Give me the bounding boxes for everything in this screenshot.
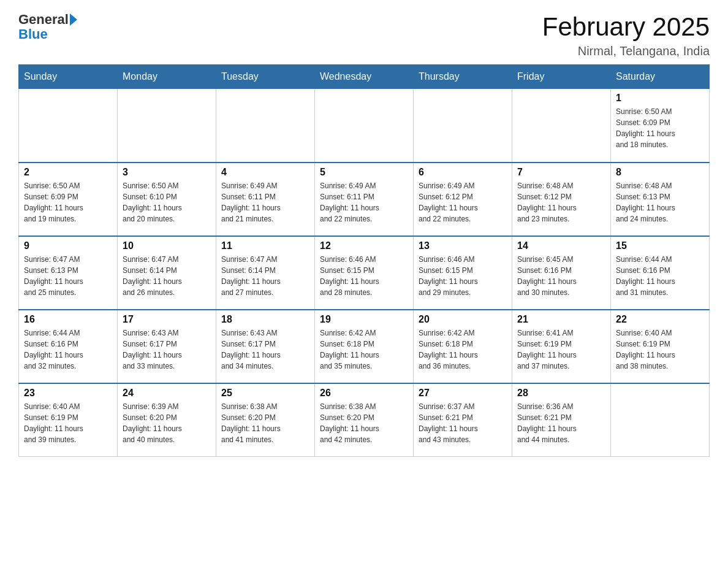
day-number: 4 [221,167,309,178]
day-number: 14 [517,240,605,251]
day-number: 13 [419,240,507,251]
day-number: 26 [320,388,408,399]
table-row: 21Sunrise: 6:41 AM Sunset: 6:19 PM Dayli… [512,310,611,383]
table-row: 14Sunrise: 6:45 AM Sunset: 6:16 PM Dayli… [512,236,611,310]
table-row: 5Sunrise: 6:49 AM Sunset: 6:11 PM Daylig… [315,163,414,236]
col-monday: Monday [118,65,216,89]
day-number: 19 [320,314,408,325]
table-row: 6Sunrise: 6:49 AM Sunset: 6:12 PM Daylig… [414,163,512,236]
day-info: Sunrise: 6:43 AM Sunset: 6:17 PM Dayligh… [221,327,309,372]
logo-text-general: General [18,12,69,27]
day-number: 9 [24,240,112,251]
table-row [216,89,315,163]
table-row: 26Sunrise: 6:38 AM Sunset: 6:20 PM Dayli… [315,383,414,457]
calendar-week-row: 1Sunrise: 6:50 AM Sunset: 6:09 PM Daylig… [19,89,710,163]
day-number: 15 [616,240,704,251]
day-info: Sunrise: 6:38 AM Sunset: 6:20 PM Dayligh… [221,401,309,445]
day-info: Sunrise: 6:37 AM Sunset: 6:21 PM Dayligh… [419,401,507,445]
day-info: Sunrise: 6:40 AM Sunset: 6:19 PM Dayligh… [616,327,704,372]
day-number: 24 [123,388,211,399]
col-sunday: Sunday [19,65,118,89]
table-row [414,89,512,163]
day-number: 27 [419,388,507,399]
day-info: Sunrise: 6:43 AM Sunset: 6:17 PM Dayligh… [123,327,211,372]
day-info: Sunrise: 6:42 AM Sunset: 6:18 PM Dayligh… [320,327,408,372]
table-row [611,383,710,457]
table-row: 9Sunrise: 6:47 AM Sunset: 6:13 PM Daylig… [19,236,118,310]
col-wednesday: Wednesday [315,65,414,89]
table-row: 4Sunrise: 6:49 AM Sunset: 6:11 PM Daylig… [216,163,315,236]
table-row: 13Sunrise: 6:46 AM Sunset: 6:15 PM Dayli… [414,236,512,310]
month-title: February 2025 [542,12,710,42]
page-header: General Blue February 2025 Nirmal, Telan… [18,12,710,58]
day-number: 10 [123,240,211,251]
day-info: Sunrise: 6:39 AM Sunset: 6:20 PM Dayligh… [123,401,211,445]
day-number: 28 [517,388,605,399]
day-number: 25 [221,388,309,399]
col-tuesday: Tuesday [216,65,315,89]
table-row: 1Sunrise: 6:50 AM Sunset: 6:09 PM Daylig… [611,89,710,163]
table-row: 17Sunrise: 6:43 AM Sunset: 6:17 PM Dayli… [118,310,216,383]
calendar-table: Sunday Monday Tuesday Wednesday Thursday… [18,64,710,457]
calendar-header-row: Sunday Monday Tuesday Wednesday Thursday… [19,65,710,89]
table-row: 7Sunrise: 6:48 AM Sunset: 6:12 PM Daylig… [512,163,611,236]
day-info: Sunrise: 6:46 AM Sunset: 6:15 PM Dayligh… [419,254,507,298]
calendar-week-row: 16Sunrise: 6:44 AM Sunset: 6:16 PM Dayli… [19,310,710,383]
table-row: 23Sunrise: 6:40 AM Sunset: 6:19 PM Dayli… [19,383,118,457]
table-row [315,89,414,163]
day-number: 22 [616,314,704,325]
calendar-week-row: 9Sunrise: 6:47 AM Sunset: 6:13 PM Daylig… [19,236,710,310]
table-row: 11Sunrise: 6:47 AM Sunset: 6:14 PM Dayli… [216,236,315,310]
day-info: Sunrise: 6:40 AM Sunset: 6:19 PM Dayligh… [24,401,112,445]
day-info: Sunrise: 6:48 AM Sunset: 6:12 PM Dayligh… [517,180,605,224]
day-info: Sunrise: 6:44 AM Sunset: 6:16 PM Dayligh… [616,254,704,298]
day-info: Sunrise: 6:49 AM Sunset: 6:11 PM Dayligh… [320,180,408,224]
day-info: Sunrise: 6:44 AM Sunset: 6:16 PM Dayligh… [24,327,112,372]
day-info: Sunrise: 6:47 AM Sunset: 6:14 PM Dayligh… [221,254,309,298]
day-info: Sunrise: 6:36 AM Sunset: 6:21 PM Dayligh… [517,401,605,445]
day-info: Sunrise: 6:47 AM Sunset: 6:13 PM Dayligh… [24,254,112,298]
day-number: 23 [24,388,112,399]
table-row [118,89,216,163]
table-row: 25Sunrise: 6:38 AM Sunset: 6:20 PM Dayli… [216,383,315,457]
logo-arrow-icon [70,13,77,26]
table-row: 8Sunrise: 6:48 AM Sunset: 6:13 PM Daylig… [611,163,710,236]
day-number: 7 [517,167,605,178]
day-info: Sunrise: 6:45 AM Sunset: 6:16 PM Dayligh… [517,254,605,298]
col-thursday: Thursday [414,65,512,89]
day-info: Sunrise: 6:50 AM Sunset: 6:09 PM Dayligh… [24,180,112,224]
table-row: 28Sunrise: 6:36 AM Sunset: 6:21 PM Dayli… [512,383,611,457]
table-row [512,89,611,163]
day-info: Sunrise: 6:42 AM Sunset: 6:18 PM Dayligh… [419,327,507,372]
day-info: Sunrise: 6:41 AM Sunset: 6:19 PM Dayligh… [517,327,605,372]
table-row: 10Sunrise: 6:47 AM Sunset: 6:14 PM Dayli… [118,236,216,310]
table-row: 24Sunrise: 6:39 AM Sunset: 6:20 PM Dayli… [118,383,216,457]
day-info: Sunrise: 6:50 AM Sunset: 6:09 PM Dayligh… [616,106,704,150]
col-saturday: Saturday [611,65,710,89]
day-number: 1 [616,93,704,104]
title-area: February 2025 Nirmal, Telangana, India [542,12,710,58]
day-info: Sunrise: 6:47 AM Sunset: 6:14 PM Dayligh… [123,254,211,298]
day-number: 2 [24,167,112,178]
table-row: 15Sunrise: 6:44 AM Sunset: 6:16 PM Dayli… [611,236,710,310]
day-info: Sunrise: 6:38 AM Sunset: 6:20 PM Dayligh… [320,401,408,445]
day-number: 16 [24,314,112,325]
table-row: 2Sunrise: 6:50 AM Sunset: 6:09 PM Daylig… [19,163,118,236]
calendar-week-row: 2Sunrise: 6:50 AM Sunset: 6:09 PM Daylig… [19,163,710,236]
table-row: 16Sunrise: 6:44 AM Sunset: 6:16 PM Dayli… [19,310,118,383]
day-number: 8 [616,167,704,178]
day-info: Sunrise: 6:49 AM Sunset: 6:12 PM Dayligh… [419,180,507,224]
day-number: 12 [320,240,408,251]
day-number: 11 [221,240,309,251]
calendar-week-row: 23Sunrise: 6:40 AM Sunset: 6:19 PM Dayli… [19,383,710,457]
table-row: 27Sunrise: 6:37 AM Sunset: 6:21 PM Dayli… [414,383,512,457]
table-row: 18Sunrise: 6:43 AM Sunset: 6:17 PM Dayli… [216,310,315,383]
table-row: 12Sunrise: 6:46 AM Sunset: 6:15 PM Dayli… [315,236,414,310]
day-info: Sunrise: 6:49 AM Sunset: 6:11 PM Dayligh… [221,180,309,224]
day-number: 21 [517,314,605,325]
day-number: 5 [320,167,408,178]
table-row: 22Sunrise: 6:40 AM Sunset: 6:19 PM Dayli… [611,310,710,383]
col-friday: Friday [512,65,611,89]
table-row [19,89,118,163]
table-row: 3Sunrise: 6:50 AM Sunset: 6:10 PM Daylig… [118,163,216,236]
